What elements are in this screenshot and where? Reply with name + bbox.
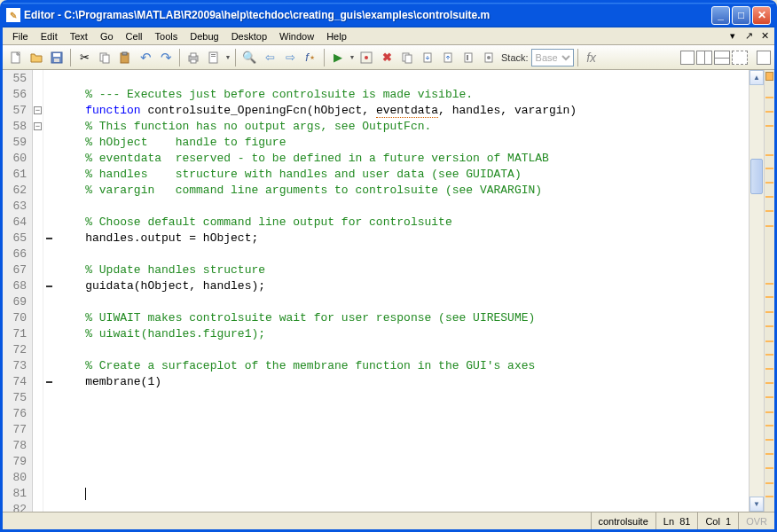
- breakpoint-column[interactable]: [43, 70, 56, 512]
- code-line[interactable]: [58, 422, 749, 438]
- code-line[interactable]: [58, 390, 749, 406]
- dock-icon[interactable]: ▾: [726, 30, 739, 43]
- code-line[interactable]: % varargin command line arguments to con…: [58, 183, 749, 199]
- analyzer-marker[interactable]: [765, 382, 773, 384]
- line-number-gutter[interactable]: 5556575859606162636465666768697071727374…: [3, 70, 33, 512]
- titlebar[interactable]: ✎ Editor - C:\Programas\MATLAB\R2009a\he…: [3, 3, 774, 27]
- layout-maximize-button[interactable]: [757, 51, 771, 65]
- code-line[interactable]: % handles structure with handles and use…: [58, 167, 749, 183]
- save-button[interactable]: [47, 48, 67, 67]
- analyzer-marker[interactable]: [765, 154, 773, 156]
- code-line[interactable]: [58, 71, 749, 87]
- menu-text[interactable]: Text: [64, 29, 94, 43]
- analyzer-marker[interactable]: [765, 325, 773, 327]
- breakpoint-button[interactable]: [479, 48, 498, 67]
- analyzer-marker[interactable]: [765, 111, 773, 113]
- undock-icon[interactable]: ↗: [742, 30, 755, 43]
- publish-dropdown[interactable]: ▼: [224, 48, 232, 67]
- redo-button[interactable]: ↷: [156, 48, 176, 67]
- menu-window[interactable]: Window: [273, 29, 320, 43]
- code-line[interactable]: [58, 470, 749, 486]
- code-line[interactable]: % uiwait(handles.figure1);: [58, 326, 749, 342]
- analyzer-marker[interactable]: [765, 411, 773, 413]
- analyzer-marker[interactable]: [765, 368, 773, 370]
- code-line[interactable]: [58, 294, 749, 310]
- code-line[interactable]: [58, 486, 749, 502]
- close-button[interactable]: ✕: [752, 6, 771, 25]
- print-button[interactable]: [184, 48, 203, 67]
- stack-select[interactable]: Base: [531, 49, 574, 66]
- continue-button[interactable]: [459, 48, 478, 67]
- maximize-button[interactable]: □: [732, 6, 750, 25]
- analyzer-marker[interactable]: [765, 210, 773, 212]
- layout-left-right-button[interactable]: [696, 51, 712, 65]
- code-line[interactable]: % Choose default command line output for…: [58, 215, 749, 231]
- analyzer-marker[interactable]: [765, 125, 773, 127]
- fold-toggle[interactable]: −: [34, 106, 42, 114]
- analyzer-marker[interactable]: [765, 425, 773, 426]
- function-browser-button[interactable]: f⋆: [301, 48, 320, 67]
- menu-desktop[interactable]: Desktop: [225, 29, 273, 43]
- layout-float-button[interactable]: [732, 51, 748, 65]
- code-line[interactable]: [58, 454, 749, 470]
- analyzer-marker[interactable]: [765, 340, 773, 342]
- paste-button[interactable]: [115, 48, 135, 67]
- new-file-button[interactable]: [6, 48, 26, 67]
- analyzer-marker[interactable]: [765, 225, 773, 227]
- copy-button[interactable]: [95, 48, 114, 67]
- code-line[interactable]: % --- Executes just before controlsuite …: [58, 87, 749, 103]
- cut-button[interactable]: ✂: [75, 48, 94, 67]
- analyzer-marker[interactable]: [765, 439, 773, 441]
- menu-go[interactable]: Go: [94, 29, 120, 43]
- step-out-button[interactable]: [438, 48, 458, 67]
- go-forward-button[interactable]: ⇨: [280, 48, 300, 67]
- run-dropdown[interactable]: ▼: [349, 48, 356, 67]
- analyzer-marker[interactable]: [765, 168, 773, 169]
- layout-single-button[interactable]: [680, 51, 695, 65]
- code-fold-column[interactable]: −−: [33, 70, 43, 512]
- analyzer-marker[interactable]: [765, 482, 773, 484]
- scroll-down-button[interactable]: ▼: [750, 497, 764, 512]
- vertical-scrollbar[interactable]: ▲ ▼: [749, 70, 764, 512]
- layout-top-bottom-button[interactable]: [714, 51, 730, 65]
- executable-line-marker[interactable]: [46, 238, 52, 239]
- code-line[interactable]: % Update handles structure: [58, 262, 749, 278]
- code-line[interactable]: % UIWAIT makes controlsuite wait for use…: [58, 310, 749, 326]
- publish-button[interactable]: [204, 48, 224, 67]
- minimize-button[interactable]: _: [711, 6, 730, 25]
- exit-debug-button[interactable]: ✖: [377, 48, 396, 67]
- open-file-button[interactable]: [27, 48, 46, 67]
- step-button[interactable]: [397, 48, 417, 67]
- menu-file[interactable]: File: [6, 29, 35, 43]
- code-line[interactable]: % Create a surfaceplot of the membrane f…: [58, 358, 749, 374]
- go-back-button[interactable]: ⇦: [260, 48, 279, 67]
- menu-edit[interactable]: Edit: [35, 29, 64, 43]
- analyzer-marker[interactable]: [765, 453, 773, 455]
- menu-help[interactable]: Help: [320, 29, 353, 43]
- code-line[interactable]: [58, 406, 749, 422]
- menu-cell[interactable]: Cell: [120, 29, 149, 43]
- code-editor[interactable]: % --- Executes just before controlsuite …: [56, 70, 749, 512]
- code-analyzer-strip[interactable]: [764, 70, 774, 512]
- run-button[interactable]: ▶: [328, 48, 348, 67]
- find-button[interactable]: 🔍: [239, 48, 259, 67]
- code-line[interactable]: [58, 199, 749, 215]
- fold-toggle[interactable]: −: [34, 122, 42, 130]
- analyzer-marker[interactable]: [765, 354, 773, 356]
- undo-button[interactable]: ↶: [136, 48, 155, 67]
- menu-tools[interactable]: Tools: [149, 29, 184, 43]
- code-line[interactable]: function controlsuite_OpeningFcn(hObject…: [58, 103, 749, 119]
- code-line[interactable]: membrane(1): [58, 374, 749, 390]
- menu-debug[interactable]: Debug: [184, 29, 224, 43]
- analyzer-marker[interactable]: [765, 182, 773, 184]
- code-line[interactable]: % hObject handle to figure: [58, 135, 749, 151]
- executable-line-marker[interactable]: [46, 381, 52, 383]
- analyzer-summary-icon[interactable]: [765, 72, 773, 81]
- analyzer-marker[interactable]: [765, 467, 773, 469]
- analyzer-marker[interactable]: [765, 311, 773, 313]
- analyzer-marker[interactable]: [765, 97, 773, 98]
- scroll-thumb[interactable]: [750, 159, 763, 194]
- code-line[interactable]: [58, 502, 749, 512]
- analyzer-marker[interactable]: [765, 396, 773, 398]
- code-line[interactable]: [58, 342, 749, 358]
